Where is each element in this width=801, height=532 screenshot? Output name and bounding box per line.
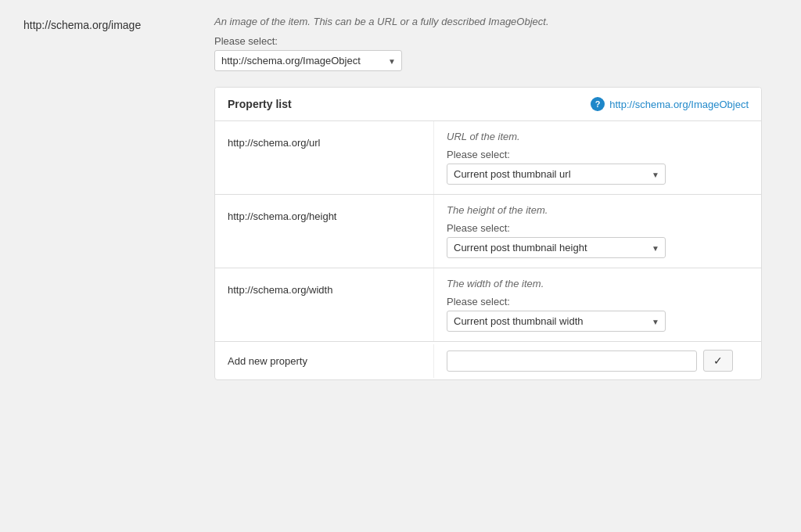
- top-section: http://schema.org/image An image of the …: [23, 16, 778, 71]
- add-new-input[interactable]: [447, 350, 697, 372]
- property-table: Property list ? http://schema.org/ImageO…: [214, 87, 762, 380]
- prop-select-wrapper-url[interactable]: Current post thumbnail url: [447, 164, 666, 185]
- top-description: An image of the item. This can be a URL …: [214, 16, 778, 27]
- top-select[interactable]: http://schema.org/ImageObject: [214, 50, 402, 71]
- property-row-width: http://schema.org/width The width of the…: [215, 268, 761, 342]
- prop-please-select-height: Please select:: [447, 222, 749, 234]
- add-new-property-row: Add new property ✓: [215, 342, 761, 379]
- prop-please-select-url: Please select:: [447, 149, 749, 160]
- property-table-container: Property list ? http://schema.org/ImageO…: [214, 87, 778, 380]
- prop-right-height: The height of the item. Please select: C…: [434, 195, 761, 268]
- add-new-label: Add new property: [215, 344, 434, 378]
- property-table-row: Property list ? http://schema.org/ImageO…: [23, 87, 778, 380]
- prop-desc-width: The width of the item.: [447, 278, 749, 289]
- spacer-left: [23, 87, 196, 380]
- prop-name-height: http://schema.org/height: [215, 195, 434, 268]
- add-new-button[interactable]: ✓: [703, 350, 733, 372]
- top-please-select: Please select:: [214, 35, 778, 47]
- property-table-header: Property list ? http://schema.org/ImageO…: [215, 88, 761, 121]
- help-icon[interactable]: ?: [591, 97, 605, 111]
- prop-name-url: http://schema.org/url: [215, 121, 434, 194]
- property-row-height: http://schema.org/height The height of t…: [215, 195, 761, 268]
- prop-right-width: The width of the item. Please select: Cu…: [434, 268, 761, 341]
- top-select-wrapper[interactable]: http://schema.org/ImageObject: [214, 50, 402, 71]
- top-right-content: An image of the item. This can be a URL …: [214, 16, 778, 71]
- prop-select-wrapper-height[interactable]: Current post thumbnail height: [447, 237, 666, 258]
- property-row-url: http://schema.org/url URL of the item. P…: [215, 121, 761, 195]
- top-left-label: http://schema.org/image: [23, 16, 196, 71]
- checkmark-icon: ✓: [713, 354, 723, 367]
- prop-select-url[interactable]: Current post thumbnail url: [447, 164, 666, 185]
- property-list-title: Property list: [228, 98, 591, 110]
- prop-desc-height: The height of the item.: [447, 204, 749, 216]
- schema-link[interactable]: http://schema.org/ImageObject: [609, 99, 749, 110]
- prop-right-url: URL of the item. Please select: Current …: [434, 121, 761, 194]
- prop-select-wrapper-width[interactable]: Current post thumbnail width: [447, 311, 666, 332]
- property-table-header-right: ? http://schema.org/ImageObject: [591, 97, 749, 111]
- add-new-right: ✓: [434, 342, 761, 379]
- prop-select-height[interactable]: Current post thumbnail height: [447, 237, 666, 258]
- prop-please-select-width: Please select:: [447, 296, 749, 307]
- prop-name-width: http://schema.org/width: [215, 268, 434, 341]
- prop-select-width[interactable]: Current post thumbnail width: [447, 311, 666, 332]
- prop-desc-url: URL of the item.: [447, 131, 749, 142]
